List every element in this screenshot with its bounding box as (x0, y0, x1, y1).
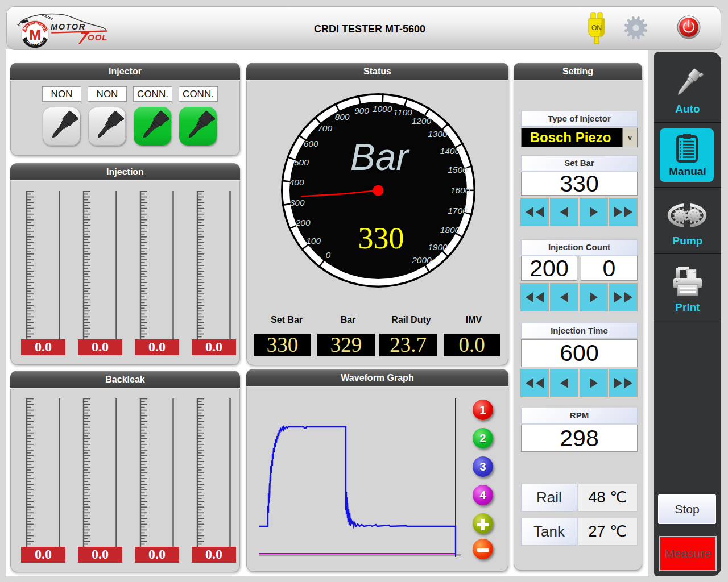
svg-text:900: 900 (354, 106, 369, 115)
svg-text:200: 200 (295, 218, 311, 227)
svg-text:300: 300 (290, 198, 305, 207)
svg-text:1600: 1600 (450, 185, 470, 195)
svg-text:700: 700 (317, 123, 332, 133)
svg-text:1500: 1500 (448, 165, 468, 174)
svg-text:800: 800 (335, 112, 350, 122)
svg-text:M: M (29, 27, 41, 43)
svg-text:OOL: OOL (88, 32, 108, 42)
svg-text:1300: 1300 (428, 129, 448, 139)
svg-text:0: 0 (326, 250, 331, 260)
svg-text:ON: ON (592, 24, 602, 32)
svg-text:1000: 1000 (373, 104, 392, 114)
svg-text:500: 500 (294, 157, 309, 167)
svg-text:1400: 1400 (440, 146, 460, 156)
svg-text:1100: 1100 (393, 107, 412, 117)
svg-text:330: 330 (358, 221, 404, 255)
svg-text:1700: 1700 (448, 206, 468, 215)
svg-text:1200: 1200 (412, 116, 432, 126)
svg-text:1800: 1800 (440, 225, 460, 235)
svg-text:1900: 1900 (428, 242, 448, 252)
svg-text:Bar: Bar (350, 136, 411, 178)
svg-text:600: 600 (304, 139, 318, 148)
svg-text:2000: 2000 (411, 255, 432, 265)
svg-text:400: 400 (289, 177, 304, 187)
svg-text:MOTOR: MOTOR (51, 22, 86, 31)
svg-text:100: 100 (306, 236, 321, 246)
